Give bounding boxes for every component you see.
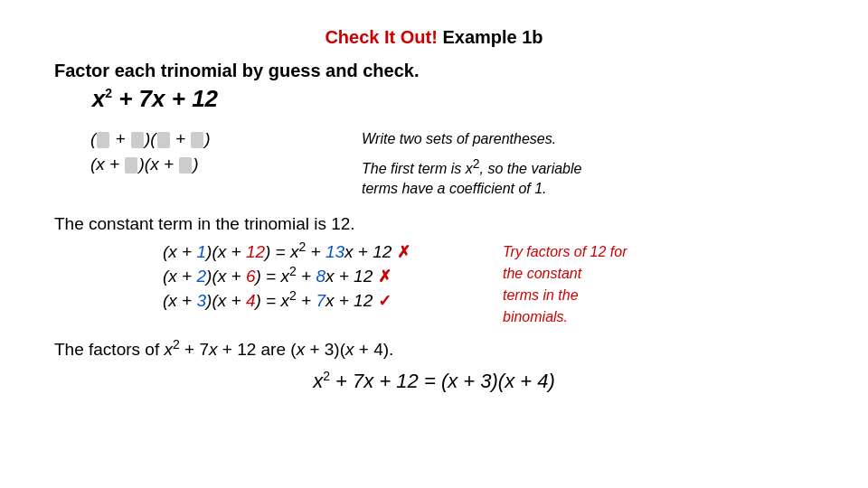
first-term-text: The first term is x2, so the variable [362, 161, 581, 176]
coefficient-text: terms have a coefficient of 1. [362, 181, 547, 196]
row-parentheses: ( + )( + ) Write two sets of parentheses… [54, 129, 814, 149]
constant-term-text: The constant term in the trinomial is 12… [54, 214, 355, 234]
placeholder-box [97, 132, 109, 148]
placeholder-box [179, 157, 192, 174]
try-eq-1: (x + 1)(x + 12) = x2 + 13x + 12 ✗ [108, 239, 488, 262]
row2-left: (x + )(x + ) [54, 155, 344, 174]
try-note: Try factors of 12 for the constant terms… [488, 239, 627, 328]
main-equation: x2 + 7x + 12 [72, 85, 218, 113]
try-note-line4: binomials. [503, 309, 568, 324]
placeholder-box [125, 157, 137, 174]
check-it-out-label: Check It Out! [325, 27, 437, 47]
row2-right: The first term is x2, so the variable te… [344, 155, 581, 199]
example-label: Example 1b [438, 27, 543, 47]
factors-line: The factors of x2 + 7x + 12 are (x + 3)(… [54, 337, 393, 360]
try-row-3: (x + 3)(x + 4) = x2 + 7x + 12 ✓ [108, 288, 488, 311]
try-row-1: (x + 1)(x + 12) = x2 + 13x + 12 ✗ [108, 239, 488, 262]
title-line: Check It Out! Example 1b [54, 27, 814, 48]
try-rows-container: (x + 1)(x + 12) = x2 + 13x + 12 ✗ (x + 2… [54, 239, 814, 328]
row1-right: Write two sets of parentheses. [344, 129, 556, 149]
try-row-2: (x + 2)(x + 6) = x2 + 8x + 12 ✗ [108, 264, 488, 286]
row1-left: ( + )( + ) [54, 129, 344, 149]
row-x-placeholders: (x + )(x + ) The first term is x2, so th… [54, 155, 814, 199]
subtitle: Factor each trinomial by guess and check… [54, 61, 419, 81]
try-note-line2: the constant [503, 266, 581, 281]
try-equations: (x + 1)(x + 12) = x2 + 13x + 12 ✗ (x + 2… [54, 239, 488, 314]
try-eq-2: (x + 2)(x + 6) = x2 + 8x + 12 ✗ [108, 264, 488, 286]
try-eq-3: (x + 3)(x + 4) = x2 + 7x + 12 ✓ [108, 288, 488, 311]
placeholder-box [191, 132, 203, 148]
try-note-line3: terms in the [503, 287, 579, 303]
placeholder-box [131, 132, 144, 148]
try-note-line1: Try factors of 12 for [503, 244, 627, 259]
final-equation: x2 + 7x + 12 = (x + 3)(x + 4) [54, 369, 814, 393]
placeholder-box [157, 132, 170, 148]
page: Check It Out! Example 1b Factor each tri… [0, 0, 868, 488]
